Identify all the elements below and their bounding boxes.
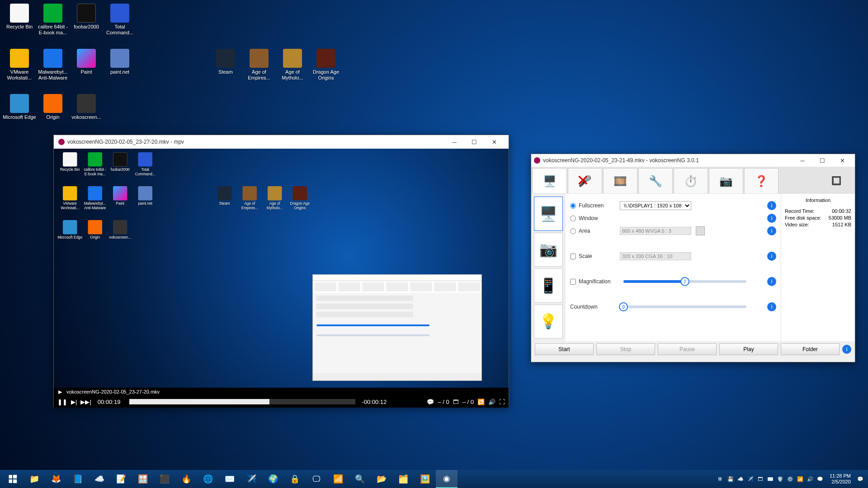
magnification-thumb[interactable]: 2 bbox=[680, 277, 689, 286]
desktop-icon[interactable]: Recycle Bin bbox=[3, 4, 36, 30]
tray-icon-9[interactable]: 🔊 bbox=[806, 476, 814, 482]
taskbar-app-4[interactable]: 📝 bbox=[110, 470, 132, 488]
taskbar-app-16[interactable]: 📂 bbox=[371, 470, 392, 488]
taskbar-app-17[interactable]: 🗂️ bbox=[392, 470, 414, 488]
voko-tab-7[interactable]: 🔲 bbox=[819, 168, 854, 193]
desktop-icon[interactable]: Microsoft Edge bbox=[57, 220, 83, 240]
voko-side-3[interactable]: 💡 bbox=[534, 305, 563, 339]
tray-icon-10[interactable]: 🗨️ bbox=[816, 476, 824, 482]
desktop-icon[interactable]: paint.net bbox=[103, 49, 137, 75]
taskbar-app-6[interactable]: ⬛ bbox=[154, 470, 175, 488]
desktop-icon[interactable]: Total Command... bbox=[133, 152, 158, 176]
notifications-icon[interactable]: 💬 bbox=[856, 476, 864, 482]
taskbar-app-11[interactable]: 🌍 bbox=[262, 470, 284, 488]
desktop-icon[interactable]: Age of Empires... bbox=[242, 49, 276, 81]
desktop-icon[interactable]: Recycle Bin bbox=[57, 152, 83, 172]
taskbar-app-10[interactable]: ✈️ bbox=[241, 470, 262, 488]
desktop-icon[interactable]: Paint bbox=[70, 49, 103, 75]
info-button-countdown[interactable]: i bbox=[767, 302, 776, 311]
magnification-checkbox[interactable]: Magnification bbox=[570, 278, 615, 285]
tray-icon-6[interactable]: 🛡️ bbox=[776, 476, 784, 482]
pause-button[interactable]: Pause bbox=[658, 343, 717, 355]
desktop-icon[interactable]: Dragon Age Origins bbox=[309, 49, 343, 81]
start-button[interactable]: Start bbox=[535, 343, 594, 355]
mpv-close-button[interactable]: ✕ bbox=[484, 136, 504, 148]
taskbar-app-12[interactable]: 🔒 bbox=[284, 470, 306, 488]
info-button-window[interactable]: i bbox=[767, 214, 776, 223]
scale-checkbox-input[interactable] bbox=[570, 253, 576, 259]
tray-icon-8[interactable]: 📶 bbox=[796, 476, 804, 482]
voko-titlebar[interactable]: vokoscreenNG-2020-02-05_23-21-49.mkv - v… bbox=[531, 154, 855, 167]
voko-tab-2[interactable]: 🎞️ bbox=[603, 168, 637, 193]
info-button-fullscreen[interactable]: i bbox=[767, 201, 776, 210]
magnification-checkbox-input[interactable] bbox=[570, 279, 576, 285]
voko-tab-4[interactable]: ⏱️ bbox=[674, 168, 708, 193]
voko-minimize-button[interactable]: ─ bbox=[793, 154, 812, 167]
taskbar-app-15[interactable]: 🔍 bbox=[349, 470, 371, 488]
fullscreen-radio[interactable]: Fullscreen bbox=[570, 202, 615, 209]
stop-button[interactable]: Stop bbox=[596, 343, 655, 355]
voko-tab-3[interactable]: 🔧 bbox=[638, 168, 673, 193]
mpv-pause-button[interactable]: ❚❚ bbox=[57, 399, 67, 405]
tray-icon-3[interactable]: ✈️ bbox=[746, 476, 755, 482]
desktop-icon[interactable]: Total Command... bbox=[103, 4, 137, 36]
tray-icon-7[interactable]: ⚙️ bbox=[786, 476, 794, 482]
fullscreen-radio-input[interactable] bbox=[570, 203, 576, 209]
countdown-thumb[interactable]: 0 bbox=[619, 302, 628, 311]
magnification-slider[interactable]: 2 bbox=[623, 280, 746, 283]
desktop-icon[interactable]: Dragon Age Origins bbox=[288, 186, 313, 210]
taskbar-app-9[interactable]: ✉️ bbox=[219, 470, 241, 488]
play-button[interactable]: Play bbox=[719, 343, 778, 355]
voko-tab-6[interactable]: ❓ bbox=[744, 168, 778, 193]
desktop-icon[interactable]: VMware Workstati... bbox=[3, 49, 36, 81]
desktop-icon[interactable]: calibre 64bit - E-book ma... bbox=[83, 152, 108, 176]
desktop-icon[interactable]: Paint bbox=[108, 186, 133, 206]
mpv-maximize-button[interactable]: ☐ bbox=[464, 136, 484, 148]
mpv-video-area[interactable]: Recycle Bincalibre 64bit - E-book ma...f… bbox=[54, 149, 509, 388]
mpv-seek-bar[interactable] bbox=[129, 399, 355, 404]
voko-side-1[interactable]: 📷 bbox=[534, 233, 563, 267]
mpv-skip-button[interactable]: ▶▶| bbox=[80, 399, 91, 405]
tray-icon-4[interactable]: 🗔 bbox=[756, 476, 764, 482]
taskbar-app-19[interactable]: ◉ bbox=[436, 470, 458, 488]
desktop-icon[interactable]: Steam bbox=[212, 186, 237, 206]
taskbar-clock[interactable]: 11:28 PM 2/5/2020 bbox=[830, 473, 851, 485]
countdown-slider[interactable]: 0 bbox=[623, 305, 746, 308]
desktop-icon[interactable]: Microsoft Edge bbox=[3, 94, 36, 120]
taskbar-app-5[interactable]: 🪟 bbox=[132, 470, 154, 488]
info-button-magnification[interactable]: i bbox=[767, 277, 776, 286]
taskbar-app-8[interactable]: 🌐 bbox=[197, 470, 219, 488]
desktop-icon[interactable]: Steam bbox=[209, 49, 242, 75]
desktop-icon[interactable]: vokoscreen... bbox=[108, 220, 133, 240]
mpv-next-button[interactable]: ▶| bbox=[71, 399, 77, 405]
desktop-icon[interactable]: calibre 64bit - E-book ma... bbox=[36, 4, 70, 36]
desktop-icon[interactable]: paint.net bbox=[133, 186, 158, 206]
taskbar-app-2[interactable]: 📘 bbox=[67, 470, 89, 488]
tray-icon-1[interactable]: 💾 bbox=[726, 476, 735, 482]
mpv-volume-icon[interactable]: 🔊 bbox=[488, 399, 495, 405]
voko-close-button[interactable]: ✕ bbox=[832, 154, 852, 167]
voko-tab-5[interactable]: 📷 bbox=[709, 168, 743, 193]
taskbar-app-13[interactable]: 🖵 bbox=[306, 470, 327, 488]
taskbar-app-14[interactable]: 📶 bbox=[327, 470, 349, 488]
mpv-titlebar[interactable]: vokoscreenNG-2020-02-05_23-27-20.mkv - m… bbox=[54, 135, 509, 149]
desktop-icon[interactable]: Origin bbox=[36, 94, 70, 120]
window-radio-input[interactable] bbox=[570, 216, 576, 221]
area-reset-button[interactable] bbox=[696, 226, 705, 235]
desktop-icon[interactable]: vokoscreen... bbox=[70, 94, 103, 120]
info-button-scale[interactable]: i bbox=[767, 252, 776, 261]
tray-icon-5[interactable]: ✉️ bbox=[766, 476, 774, 482]
taskbar-app-1[interactable]: 🦊 bbox=[45, 470, 67, 488]
start-button[interactable] bbox=[2, 470, 24, 488]
desktop-icon[interactable]: Malwarebyt... Anti-Malware bbox=[83, 186, 108, 210]
taskbar-app-3[interactable]: ☁️ bbox=[89, 470, 110, 488]
area-radio[interactable]: Area bbox=[570, 228, 615, 234]
info-button-main[interactable]: i bbox=[842, 345, 851, 354]
desktop-icon[interactable]: Malwarebyt... Anti-Malware bbox=[36, 49, 70, 81]
desktop-icon[interactable]: foobar2000 bbox=[108, 152, 133, 172]
mpv-chapters-icon[interactable]: 💬 bbox=[427, 399, 434, 405]
voko-side-0[interactable]: 🖥️ bbox=[534, 197, 563, 231]
taskbar-app-7[interactable]: 🔥 bbox=[175, 470, 197, 488]
window-radio[interactable]: Window bbox=[570, 215, 615, 221]
area-radio-input[interactable] bbox=[570, 228, 576, 234]
